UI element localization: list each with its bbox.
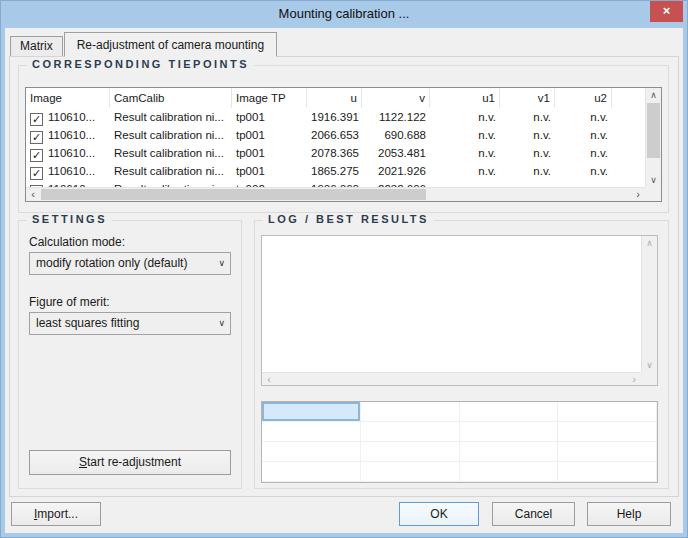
table-cell: n.v. <box>500 126 555 144</box>
table-cell: n.v. <box>612 126 645 144</box>
cell-text: 110610... <box>48 147 95 159</box>
table-cell: 2066.653 <box>307 126 362 144</box>
chevron-down-icon: ∨ <box>218 313 225 334</box>
tiepoints-horizontal-scrollbar: ‹ › <box>26 187 645 201</box>
grid-cell[interactable] <box>460 422 559 441</box>
grid-cell[interactable] <box>361 442 460 461</box>
row-checkbox[interactable]: ✓ <box>30 167 43 180</box>
grid-row <box>262 462 657 482</box>
ok-button[interactable]: OK <box>399 502 479 526</box>
table-row[interactable]: ✓110610...Result calibration ni...tp0011… <box>26 108 645 126</box>
table-cell: Result calibration ni... <box>110 180 232 187</box>
column-header-image-tp[interactable]: Image TP <box>232 88 307 108</box>
table-row[interactable]: ✓110610...Result calibration ni...tp0012… <box>26 144 645 162</box>
titlebar[interactable]: Mounting calibration ... × <box>1 1 687 27</box>
table-cell: n.v. <box>612 162 645 180</box>
log-horizontal-scrollbar: ‹ › <box>262 372 641 385</box>
calculation-mode-value: modify rotation only (default) <box>36 256 187 270</box>
column-header-u2[interactable]: u2 <box>555 88 612 108</box>
column-header-v[interactable]: v <box>362 88 430 108</box>
close-button[interactable]: × <box>650 1 683 22</box>
dialog-body: MatrixRe-adjustment of camera mounting C… <box>5 28 683 533</box>
table-cell: n.v. <box>430 162 500 180</box>
column-header-u1[interactable]: u1 <box>430 88 500 108</box>
mounting-calibration-dialog: Mounting calibration ... × MatrixRe-adju… <box>0 0 688 538</box>
table-row[interactable]: ✓110610...Result calibration ni...tp0011… <box>26 162 645 180</box>
column-header-camcalib[interactable]: CamCalib <box>110 88 232 108</box>
tiepoints-group: CORRESPONDING TIEPOINTS ImageCamCalibIma… <box>18 65 669 213</box>
table-cell: ✓110610... <box>26 144 110 162</box>
table-cell: 2232.606 <box>362 180 430 187</box>
scroll-down-icon[interactable]: ∨ <box>646 173 661 187</box>
tiepoints-header: ImageCamCalibImage TPuvu1v1u2v2 <box>26 88 645 108</box>
row-checkbox[interactable]: ✓ <box>30 149 43 162</box>
grid-cell[interactable] <box>460 402 559 421</box>
grid-cell[interactable] <box>361 402 460 421</box>
grid-cell[interactable] <box>361 422 460 441</box>
scroll-up-icon[interactable]: ∧ <box>646 88 661 102</box>
tiepoints-table: ImageCamCalibImage TPuvu1v1u2v2 ✓110610.… <box>25 87 662 202</box>
grid-cell[interactable] <box>558 462 657 481</box>
grid-cell[interactable] <box>558 402 657 421</box>
table-row[interactable]: ✓110610...Result calibration ni...tp0021… <box>26 180 645 187</box>
table-cell: n.v. <box>612 108 645 126</box>
log-output[interactable]: ∧ ∨ ‹ › <box>261 235 658 386</box>
table-row[interactable]: ✓110610...Result calibration ni...tp0012… <box>26 126 645 144</box>
table-cell: n.v. <box>500 162 555 180</box>
grid-cell[interactable] <box>262 422 361 441</box>
table-cell: n.v. <box>555 162 612 180</box>
results-grid <box>261 401 658 483</box>
grid-cell[interactable] <box>558 442 657 461</box>
horizontal-scroll-thumb[interactable] <box>41 189 426 200</box>
table-cell: n.v. <box>430 126 500 144</box>
scrollbar-corner <box>645 187 661 201</box>
column-header-image[interactable]: Image <box>26 88 110 108</box>
scroll-down-icon[interactable]: ∨ <box>642 358 657 372</box>
table-cell: tp001 <box>232 108 307 126</box>
grid-row <box>262 422 657 442</box>
vertical-scroll-thumb[interactable] <box>647 103 660 158</box>
cancel-button[interactable]: Cancel <box>492 502 575 526</box>
table-cell: n.v. <box>430 108 500 126</box>
grid-cell[interactable] <box>460 462 559 481</box>
grid-cell[interactable] <box>558 422 657 441</box>
table-cell: n.v. <box>612 180 645 187</box>
grid-cell[interactable] <box>361 462 460 481</box>
grid-cell-selected[interactable] <box>262 402 361 421</box>
table-cell: 1122.122 <box>362 108 430 126</box>
tiepoints-group-title: CORRESPONDING TIEPOINTS <box>27 58 254 70</box>
scroll-up-icon[interactable]: ∧ <box>642 236 657 250</box>
tab-re-adjustment-of-camera-mounting[interactable]: Re-adjustment of camera mounting <box>64 32 277 57</box>
settings-group: SETTINGS Calculation mode: modify rotati… <box>18 220 242 489</box>
table-cell: n.v. <box>500 180 555 187</box>
scroll-right-icon[interactable]: › <box>631 188 645 201</box>
grid-cell[interactable] <box>460 442 559 461</box>
column-header-u[interactable]: u <box>307 88 362 108</box>
column-header-v2[interactable]: v2 <box>612 88 645 108</box>
column-header-v1[interactable]: v1 <box>500 88 555 108</box>
row-checkbox[interactable]: ✓ <box>30 131 43 144</box>
log-vertical-scrollbar: ∧ ∨ <box>641 236 657 372</box>
table-cell: 1916.391 <box>307 108 362 126</box>
table-cell: n.v. <box>500 144 555 162</box>
scroll-left-icon[interactable]: ‹ <box>26 188 40 201</box>
table-cell: n.v. <box>500 108 555 126</box>
table-cell: 1865.275 <box>307 162 362 180</box>
table-cell: 2078.365 <box>307 144 362 162</box>
import-button[interactable]: Import... <box>11 502 101 526</box>
table-cell: ✓110610... <box>26 162 110 180</box>
scroll-left-icon[interactable]: ‹ <box>262 373 276 385</box>
tab-matrix[interactable]: Matrix <box>10 36 63 56</box>
grid-cell[interactable] <box>262 442 361 461</box>
figure-of-merit-select[interactable]: least squares fitting ∨ <box>29 312 231 335</box>
help-button[interactable]: Help <box>587 502 671 526</box>
table-cell: tp001 <box>232 126 307 144</box>
grid-cell[interactable] <box>262 462 361 481</box>
start-readjustment-button[interactable]: Start re-adjustment <box>29 450 231 475</box>
calculation-mode-select[interactable]: modify rotation only (default) ∨ <box>29 252 231 275</box>
scroll-right-icon[interactable]: › <box>627 373 641 385</box>
calculation-mode-label: Calculation mode: <box>29 235 125 249</box>
row-checkbox[interactable]: ✓ <box>30 113 43 126</box>
table-cell: n.v. <box>555 180 612 187</box>
table-cell: n.v. <box>555 144 612 162</box>
